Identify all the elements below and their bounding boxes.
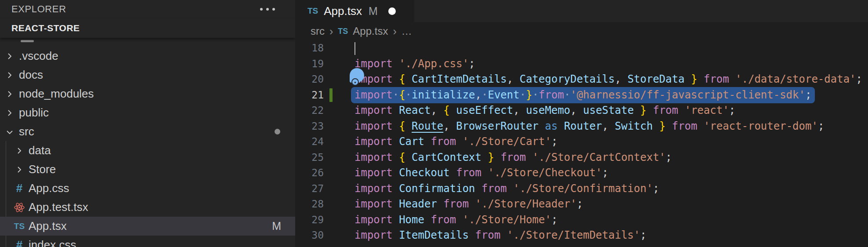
more-actions-icon[interactable] <box>257 5 278 13</box>
file-tree: .vscodedocsnode_modulespublicsrcdataStor… <box>0 38 295 247</box>
line-number[interactable]: 24 <box>295 134 324 150</box>
tree-item--vscode[interactable]: .vscode <box>0 47 295 65</box>
tree-item-index-css[interactable]: #index.css <box>0 236 295 247</box>
code-line-content: import·{·initialize,·Event·}·from·'@harn… <box>354 87 868 103</box>
chevron-right-icon <box>13 145 25 157</box>
line-number[interactable]: 27 <box>295 181 324 197</box>
collab-cursor-balloon-icon: ★ <box>350 68 364 83</box>
tree-item-label: App.test.tsx <box>29 200 88 214</box>
code-line-content: import React, { useEffect, useMemo, useS… <box>354 103 868 119</box>
typescript-file-icon: TS <box>13 220 25 232</box>
typescript-icon: TS <box>307 6 318 16</box>
code-line-18[interactable]: 18 <box>295 40 868 56</box>
explorer-titlebar: EXPLORER <box>0 0 295 18</box>
code-line-content: import Confirmation from './Store/Confir… <box>354 181 868 197</box>
line-number[interactable]: 19 <box>295 56 324 72</box>
tree-item-label: App.css <box>29 182 69 195</box>
tree-item-app-test-tsx[interactable]: App.test.tsx <box>0 198 295 217</box>
code-line-29[interactable]: 29import Home from './Store/Home'; <box>295 212 868 228</box>
tab-bar: TS App.tsx M <box>295 0 868 22</box>
line-number[interactable]: 28 <box>295 196 324 212</box>
tree-item-label: index.css <box>29 238 76 247</box>
code-line-23[interactable]: 23import { Route, BrowserRouter as Route… <box>295 119 868 134</box>
chevron-right-icon <box>4 50 16 62</box>
typescript-icon: TS <box>338 27 348 36</box>
tree-item-app-tsx[interactable]: TSApp.tsxM <box>0 217 295 236</box>
code-line-24[interactable]: 24import Cart from './Store/Cart'; <box>295 134 868 150</box>
tree-item-label: docs <box>19 68 43 82</box>
tree-item-label: node_modules <box>19 87 94 101</box>
line-number[interactable]: 21 <box>295 87 324 103</box>
tree-item-data[interactable]: data <box>0 141 295 160</box>
tree-item-node_modules[interactable]: node_modules <box>0 84 295 103</box>
line-number[interactable]: 18 <box>295 40 324 56</box>
line-number[interactable]: 23 <box>295 119 324 134</box>
tree-item-store[interactable]: Store <box>0 160 295 179</box>
git-modified-badge: M <box>272 220 281 232</box>
breadcrumb-symbol[interactable]: … <box>401 25 412 37</box>
tree-item-label: Store <box>29 163 56 176</box>
chevron-right-icon: › <box>393 25 396 38</box>
tab-label: App.tsx <box>324 4 362 18</box>
code-line-27[interactable]: 27import Confirmation from './Store/Conf… <box>295 181 868 197</box>
modified-contents-dot <box>275 129 280 134</box>
tree-item-src[interactable]: src <box>0 122 295 141</box>
line-number[interactable]: 26 <box>295 165 324 181</box>
tree-item-label: src <box>19 125 34 138</box>
code-line-content: import './App.css'; <box>354 56 868 72</box>
editor-group: TS App.tsx M src › TS App.tsx › … 1819im… <box>295 0 868 247</box>
code-line-content: import { CartItemDetails, CategoryDetail… <box>354 72 868 87</box>
sparkle-badge-icon: ★ <box>351 78 359 86</box>
code-line-content: import Checkout from './Store/Checkout'; <box>354 165 868 181</box>
breadcrumb-file[interactable]: App.tsx <box>353 25 388 37</box>
text-cursor <box>354 42 355 55</box>
tab-app-tsx[interactable]: TS App.tsx M <box>295 0 414 22</box>
code-line-content <box>354 40 868 56</box>
code-line-26[interactable]: 26import Checkout from './Store/Checkout… <box>295 165 868 181</box>
tree-item-docs[interactable]: docs <box>0 65 295 84</box>
code-line-20[interactable]: 20import { CartItemDetails, CategoryDeta… <box>295 72 868 87</box>
chevron-right-icon <box>4 107 16 119</box>
code-area[interactable]: 1819import './App.css';20import { CartIt… <box>295 40 868 247</box>
tree-item-label: App.tsx <box>29 219 67 233</box>
breadcrumb: src › TS App.tsx › … <box>295 22 868 40</box>
react-file-icon <box>13 201 25 214</box>
code-line-21[interactable]: 21import·{·initialize,·Event·}·from·'@ha… <box>295 87 868 103</box>
css-file-icon: # <box>13 239 25 247</box>
explorer-title: EXPLORER <box>11 4 66 15</box>
code-line-30[interactable]: 30import ItemDetails from './Store/ItemD… <box>295 228 868 243</box>
chevron-right-icon <box>13 163 25 176</box>
code-line-content: import Cart from './Store/Cart'; <box>354 134 868 150</box>
unsaved-dot-icon[interactable] <box>388 7 396 15</box>
clipped-tree-item <box>21 40 34 42</box>
tree-item-label: public <box>19 106 49 120</box>
code-line-content: import Header from './Store/Header'; <box>354 196 868 212</box>
code-line-19[interactable]: 19import './App.css'; <box>295 56 868 72</box>
line-number[interactable]: 20 <box>295 72 324 87</box>
line-number[interactable]: 29 <box>295 212 324 228</box>
explorer-sidebar: EXPLORER REACT-STORE .vscodedocsnode_mod… <box>0 0 295 247</box>
code-line-content: import { CartContext } from './Store/Car… <box>354 150 868 166</box>
code-line-22[interactable]: 22import React, { useEffect, useMemo, us… <box>295 103 868 119</box>
tree-item-public[interactable]: public <box>0 103 295 122</box>
chevron-right-icon: › <box>329 25 333 38</box>
git-modified-gutter-bar <box>329 88 333 102</box>
line-number[interactable]: 30 <box>295 228 324 243</box>
selection-highlight: import·{·initialize,·Event·}·from·'@harn… <box>351 87 815 103</box>
code-line-content: import ItemDetails from './Store/ItemDet… <box>354 228 868 243</box>
tree-item-label: .vscode <box>19 49 58 63</box>
tab-git-status: M <box>369 5 378 18</box>
chevron-right-icon <box>4 88 16 100</box>
chevron-down-icon <box>4 126 16 138</box>
code-line-content: import { Route, BrowserRouter as Router,… <box>354 119 868 134</box>
project-section-header[interactable]: REACT-STORE <box>0 18 295 38</box>
code-line-25[interactable]: 25import { CartContext } from './Store/C… <box>295 150 868 166</box>
line-number[interactable]: 22 <box>295 103 324 119</box>
chevron-right-icon <box>4 69 16 81</box>
tree-item-app-css[interactable]: #App.css <box>0 179 295 198</box>
code-line-content: import Home from './Store/Home'; <box>354 212 868 228</box>
code-line-28[interactable]: 28import Header from './Store/Header'; <box>295 196 868 212</box>
breadcrumb-folder[interactable]: src <box>311 25 325 37</box>
css-file-icon: # <box>13 182 25 195</box>
line-number[interactable]: 25 <box>295 150 324 166</box>
